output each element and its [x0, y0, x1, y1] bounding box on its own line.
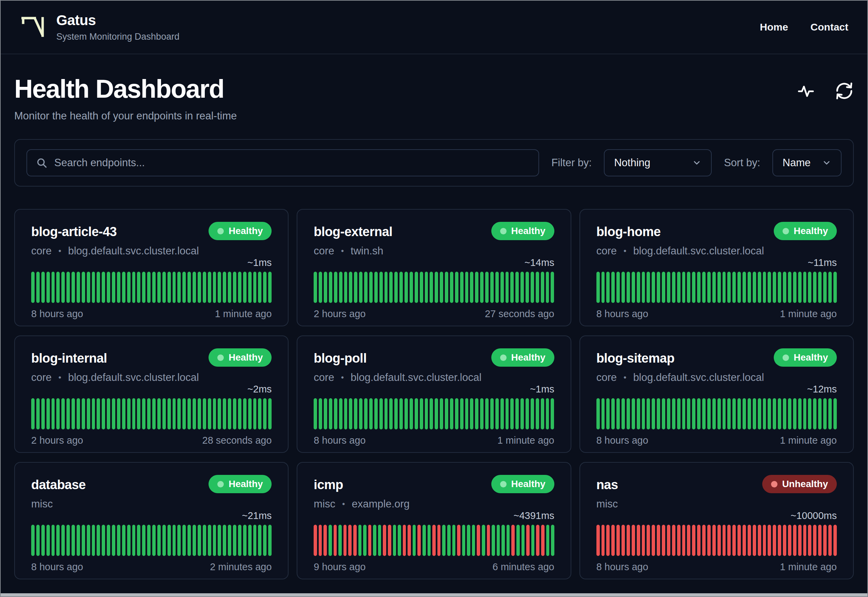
history-bar[interactable]	[152, 272, 156, 303]
history-bar[interactable]	[369, 398, 373, 429]
history-bar[interactable]	[157, 525, 161, 556]
history-bar[interactable]	[662, 272, 665, 303]
history-bar[interactable]	[536, 398, 539, 429]
history-bar[interactable]	[793, 272, 797, 303]
history-bar[interactable]	[385, 272, 388, 303]
history-bar[interactable]	[803, 272, 807, 303]
history-bar[interactable]	[758, 398, 761, 429]
history-bar[interactable]	[425, 272, 428, 303]
history-bar[interactable]	[833, 525, 837, 556]
history-bar[interactable]	[329, 272, 332, 303]
history-bar[interactable]	[798, 272, 801, 303]
history-bar[interactable]	[828, 272, 832, 303]
history-bar[interactable]	[596, 398, 600, 429]
history-bar[interactable]	[46, 398, 50, 429]
history-bar[interactable]	[71, 525, 75, 556]
history-bar[interactable]	[314, 525, 317, 556]
history-bar[interactable]	[418, 525, 421, 556]
history-bar[interactable]	[410, 272, 413, 303]
history-bar[interactable]	[258, 398, 261, 429]
history-bar[interactable]	[521, 525, 525, 556]
history-bar[interactable]	[677, 272, 680, 303]
history-bar[interactable]	[374, 398, 378, 429]
history-bar[interactable]	[410, 398, 413, 429]
history-bar[interactable]	[753, 398, 756, 429]
history-bar[interactable]	[495, 398, 499, 429]
history-bar[interactable]	[349, 272, 352, 303]
history-bar[interactable]	[450, 272, 453, 303]
history-bar[interactable]	[253, 398, 257, 429]
history-bar[interactable]	[422, 525, 426, 556]
history-bar[interactable]	[803, 398, 807, 429]
history-bar[interactable]	[723, 525, 726, 556]
history-bar[interactable]	[738, 272, 741, 303]
history-bar[interactable]	[455, 398, 458, 429]
history-bar[interactable]	[41, 272, 45, 303]
history-bar[interactable]	[248, 272, 252, 303]
history-bar[interactable]	[268, 525, 272, 556]
history-bar[interactable]	[31, 272, 35, 303]
history-bar[interactable]	[717, 398, 721, 429]
history-bar[interactable]	[208, 525, 211, 556]
history-bar[interactable]	[482, 525, 485, 556]
history-bar[interactable]	[198, 272, 201, 303]
history-bar[interactable]	[808, 525, 812, 556]
history-bar[interactable]	[112, 398, 115, 429]
history-bar[interactable]	[243, 398, 246, 429]
history-bar[interactable]	[137, 272, 141, 303]
history-bar[interactable]	[71, 272, 75, 303]
history-bar[interactable]	[177, 272, 181, 303]
history-bar[interactable]	[67, 398, 70, 429]
history-bar[interactable]	[763, 398, 766, 429]
filter-select[interactable]: Nothing	[604, 149, 712, 177]
history-bar[interactable]	[773, 398, 776, 429]
nav-link-home[interactable]: Home	[760, 21, 788, 33]
history-bar[interactable]	[173, 525, 176, 556]
history-bar[interactable]	[732, 398, 736, 429]
history-bar[interactable]	[87, 398, 90, 429]
history-bar[interactable]	[551, 525, 554, 556]
history-bar[interactable]	[520, 398, 524, 429]
history-bar[interactable]	[132, 272, 136, 303]
history-bar[interactable]	[440, 272, 443, 303]
history-bar[interactable]	[732, 525, 736, 556]
history-bar[interactable]	[147, 398, 151, 429]
history-bar[interactable]	[723, 398, 726, 429]
history-bar[interactable]	[677, 398, 680, 429]
history-bar[interactable]	[480, 272, 483, 303]
history-bar[interactable]	[601, 398, 605, 429]
history-bar[interactable]	[188, 272, 191, 303]
history-bar[interactable]	[102, 398, 105, 429]
history-bar[interactable]	[520, 272, 524, 303]
history-bar[interactable]	[803, 525, 807, 556]
history-bar[interactable]	[723, 272, 726, 303]
history-bar[interactable]	[102, 272, 105, 303]
history-bar[interactable]	[657, 272, 660, 303]
endpoint-card-blog-internal[interactable]: blog-internalHealthycore•blog.default.sv…	[14, 336, 289, 453]
history-bar[interactable]	[763, 272, 766, 303]
history-bar[interactable]	[682, 525, 686, 556]
history-bar[interactable]	[268, 272, 272, 303]
history-bar[interactable]	[258, 272, 261, 303]
history-bar[interactable]	[403, 525, 406, 556]
history-bar[interactable]	[36, 525, 40, 556]
history-bar[interactable]	[738, 525, 741, 556]
history-bar[interactable]	[551, 272, 554, 303]
history-bar[interactable]	[324, 398, 327, 429]
history-bar[interactable]	[596, 272, 600, 303]
history-bar[interactable]	[238, 272, 241, 303]
history-bar[interactable]	[56, 525, 60, 556]
history-bar[interactable]	[783, 272, 786, 303]
history-bar[interactable]	[92, 398, 95, 429]
history-bar[interactable]	[808, 398, 812, 429]
history-bar[interactable]	[798, 398, 801, 429]
history-bar[interactable]	[52, 272, 55, 303]
history-bar[interactable]	[344, 398, 348, 429]
history-bar[interactable]	[692, 272, 695, 303]
endpoint-card-icmp[interactable]: icmpHealthymisc•example.org~4391ms9 hour…	[297, 462, 571, 579]
history-bar[interactable]	[394, 272, 398, 303]
history-bar[interactable]	[487, 525, 490, 556]
history-bar[interactable]	[637, 272, 640, 303]
history-bar[interactable]	[475, 272, 478, 303]
history-bar[interactable]	[516, 525, 520, 556]
